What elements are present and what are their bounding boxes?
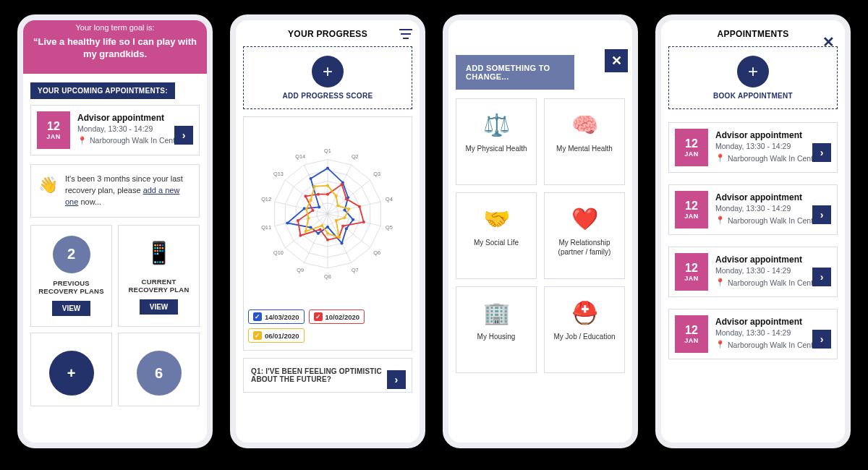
svg-point-75: [305, 208, 308, 210]
radar-chart: Q1Q2Q3Q4Q5Q6Q7Q8Q9Q10Q11Q12Q13Q14 ✓14/03…: [243, 116, 412, 351]
goal-quote: “Live a healthy life so I can play with …: [32, 36, 198, 61]
current-plan-card[interactable]: 📱 CURRENT RECOVERY PLAN VIEW: [118, 225, 200, 328]
add-progress-button[interactable]: + ADD PROGRESS SCORE: [243, 46, 412, 109]
chevron-right-icon[interactable]: ›: [174, 126, 193, 145]
svg-point-59: [297, 219, 299, 222]
date-chip[interactable]: ✓06/01/2020: [248, 328, 305, 343]
chevron-right-icon[interactable]: ›: [812, 205, 831, 224]
svg-text:Q10: Q10: [273, 249, 284, 256]
chevron-right-icon[interactable]: ›: [387, 370, 406, 389]
svg-point-77: [313, 185, 316, 188]
svg-point-44: [286, 221, 289, 224]
category-card[interactable]: ⛑️My Job / Education: [544, 286, 625, 373]
add-card[interactable]: +: [30, 333, 112, 406]
svg-point-51: [345, 197, 348, 200]
chevron-right-icon[interactable]: ›: [812, 268, 831, 286]
progress-title: YOUR PROGRESS: [256, 29, 399, 39]
plus-icon: +: [312, 56, 344, 87]
appt-title: Advisor appointment: [77, 113, 193, 123]
category-icon: 🧠: [571, 109, 598, 140]
category-icon: ❤️: [571, 203, 598, 234]
wave-icon: 👋: [38, 174, 58, 208]
check-icon: ✓: [314, 312, 323, 321]
add-change-banner: ADD SOMETHING TO CHANGE...: [456, 55, 574, 90]
goal-lead: Your long term goal is:: [32, 23, 198, 32]
category-card[interactable]: 🤝My Social Life: [456, 192, 537, 279]
appointment-card[interactable]: 12JANAdvisor appointmentMonday, 13:30 - …: [668, 122, 838, 173]
svg-text:Q9: Q9: [297, 267, 304, 273]
appt-title: Advisor appointment: [715, 130, 831, 140]
goal-banner: Your long term goal is: “Live a healthy …: [23, 20, 207, 74]
svg-point-70: [338, 236, 341, 239]
appointment-card[interactable]: 12JANAdvisor appointmentMonday, 13:30 - …: [668, 184, 838, 235]
plus-icon: +: [49, 351, 94, 396]
chevron-right-icon[interactable]: ›: [812, 143, 831, 162]
svg-point-66: [336, 204, 339, 207]
svg-text:Q2: Q2: [352, 153, 359, 160]
question-row[interactable]: Q1: I'VE BEEN FEELING OPTIMISTIC ABOUT T…: [243, 358, 412, 393]
svg-point-60: [311, 209, 314, 212]
appt-title: Advisor appointment: [715, 255, 831, 265]
category-label: My Job / Education: [553, 332, 615, 341]
filter-icon[interactable]: [399, 29, 412, 39]
svg-text:Q4: Q4: [386, 196, 393, 202]
view-prev-button[interactable]: VIEW: [52, 301, 91, 316]
appointment-card[interactable]: 12 JAN Advisor appointment Monday, 13:30…: [30, 105, 200, 155]
pin-icon: 📍: [715, 215, 725, 225]
date-chip[interactable]: ✓14/03/2020: [248, 309, 305, 324]
category-icon: 🏢: [483, 297, 510, 328]
category-label: My Mental Health: [556, 144, 613, 153]
chevron-right-icon[interactable]: ›: [812, 330, 831, 349]
svg-text:Q12: Q12: [261, 196, 271, 202]
appt-title: Advisor appointment: [715, 317, 831, 327]
category-card[interactable]: 🏢My Housing: [456, 286, 537, 373]
svg-point-62: [317, 193, 320, 196]
pin-icon: 📍: [77, 136, 87, 145]
screen-appointments: ✕ APPOINTMENTS + BOOK APPOINTMENT 12JANA…: [655, 14, 851, 448]
svg-point-54: [341, 225, 344, 228]
count-card[interactable]: 6: [118, 333, 200, 406]
svg-point-61: [304, 195, 307, 197]
category-card[interactable]: ⚖️My Physical Health: [456, 98, 537, 185]
screen-progress: YOUR PROGRESS + ADD PROGRESS SCORE Q1Q2Q…: [230, 14, 425, 448]
pin-icon: 📍: [715, 278, 725, 287]
svg-point-64: [326, 184, 329, 187]
upcoming-appts-label: YOUR UPCOMING APPOINTMENTS:: [30, 82, 175, 99]
svg-text:Q5: Q5: [386, 224, 393, 231]
appointment-card[interactable]: 12JANAdvisor appointmentMonday, 13:30 - …: [668, 247, 838, 297]
category-card[interactable]: ❤️My Relationship (partner / family): [544, 192, 625, 279]
date-chip[interactable]: ✓10/02/2020: [309, 309, 365, 324]
category-label: My Social Life: [474, 238, 519, 247]
count-six: 6: [137, 351, 182, 396]
svg-point-68: [343, 216, 346, 219]
svg-text:Q11: Q11: [261, 224, 271, 231]
svg-point-40: [341, 242, 344, 244]
svg-point-76: [309, 199, 312, 202]
appt-title: Advisor appointment: [715, 192, 831, 202]
close-button[interactable]: ✕: [822, 33, 835, 51]
svg-text:Q13: Q13: [273, 171, 284, 177]
svg-marker-33: [287, 168, 353, 244]
screen-categories: ✕ ADD SOMETHING TO CHANGE... ⚖️My Physic…: [443, 14, 638, 448]
svg-point-47: [310, 177, 312, 180]
appointment-card[interactable]: 12JANAdvisor appointmentMonday, 13:30 - …: [668, 309, 838, 359]
category-icon: ⛑️: [571, 297, 598, 328]
category-label: My Housing: [477, 332, 516, 341]
prev-plans-card[interactable]: 2 PREVIOUS RECOVERY PLANS VIEW: [30, 225, 112, 328]
svg-point-69: [335, 219, 338, 222]
svg-point-43: [309, 226, 312, 228]
svg-point-53: [362, 221, 365, 223]
svg-point-41: [326, 226, 329, 228]
svg-point-58: [299, 234, 302, 237]
svg-text:Q8: Q8: [324, 273, 331, 280]
svg-point-67: [347, 208, 350, 210]
appt-date: 12 JAN: [37, 111, 70, 149]
book-appointment-button[interactable]: + BOOK APPOINTMENT: [668, 46, 838, 109]
svg-point-42: [317, 232, 320, 235]
view-current-button[interactable]: VIEW: [140, 299, 179, 315]
svg-text:Q7: Q7: [352, 267, 359, 273]
category-card[interactable]: 🧠My Mental Health: [544, 98, 625, 185]
appt-date: 12JAN: [675, 129, 708, 166]
close-button[interactable]: ✕: [605, 49, 628, 72]
appointments-title: APPOINTMENTS: [681, 29, 825, 39]
